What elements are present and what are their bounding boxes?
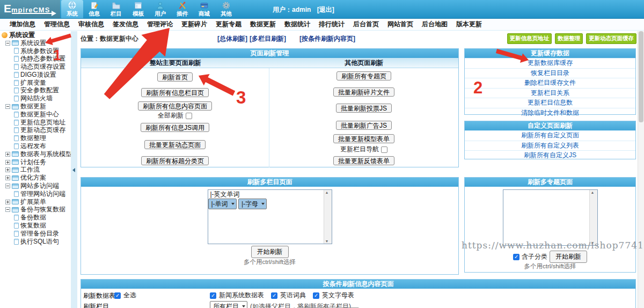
sidebar-branch-system-settings[interactable]: 系统设置 <box>0 39 71 47</box>
batch-update-feedback-forms-button[interactable]: 批量更新反馈表单 <box>333 156 394 165</box>
delete-column-cache-link[interactable]: 删除栏目缓存文件 <box>465 78 635 88</box>
refresh-custom-pages-link[interactable]: 刷新所有自定义页面 <box>465 130 635 141</box>
refresh-all-topic-pages-button[interactable]: 刷新所有专题页 <box>336 71 391 80</box>
tab-template[interactable]: 模板 <box>127 0 149 18</box>
expand-icon[interactable] <box>5 175 10 180</box>
update-dynamic-cache-button[interactable]: 更新动态页面缓存 <box>586 33 636 44</box>
collapse-icon[interactable] <box>5 104 10 109</box>
sidebar-splitter[interactable] <box>71 31 77 308</box>
menu-sign-info[interactable]: 签发信息 <box>113 20 138 29</box>
update-column-relation-link[interactable]: 更新栏目关系 <box>465 88 635 98</box>
topic-listbox[interactable] <box>503 189 598 246</box>
batch-refresh-fragment-files-button[interactable]: 批量刷新碎片文件 <box>333 87 394 97</box>
sidebar-branch-cron[interactable]: 计划任务 <box>0 158 71 166</box>
sidebar-branch-multi-access[interactable]: 网站多访问端 <box>0 182 71 190</box>
collapse-icon[interactable] <box>5 184 10 188</box>
include-subcategory-checkbox[interactable] <box>513 254 519 260</box>
sidebar-item-update-dynamic-cache[interactable]: 更新动态页缓存 <box>0 127 71 135</box>
tab-other[interactable]: 其他 <box>215 0 237 18</box>
sidebar-item-manage-access[interactable]: 管理网站访问端 <box>0 190 71 198</box>
start-refresh-button[interactable]: 开始刷新 <box>251 246 289 258</box>
update-db-cache-link[interactable]: 更新数据库缓存 <box>465 58 635 68</box>
menu-data-stats[interactable]: 数据统计 <box>284 20 310 29</box>
sidebar-item-security-params[interactable]: 安全参数配置 <box>0 87 71 95</box>
sidebar-item-backup-data[interactable]: 备份数据 <box>0 214 71 222</box>
sidebar-item-digg[interactable]: DIGG顶设置 <box>0 71 71 79</box>
clear-temp-files-link[interactable]: 清除临时文件和数据 <box>465 108 635 118</box>
alphabet-table-checkbox[interactable] <box>313 292 319 299</box>
expand-icon[interactable] <box>5 160 10 165</box>
collapse-icon[interactable] <box>5 207 10 212</box>
refresh-all-column-pages-button[interactable]: 刷新所有信息栏目页 <box>141 88 209 97</box>
sidebar-item-data-clean[interactable]: 数据整理 <box>0 134 71 142</box>
menu-manage-comment[interactable]: 管理评论 <box>147 20 173 29</box>
refresh-homepage-button[interactable]: 刷新首页 <box>157 72 193 82</box>
menu-site-home[interactable]: 网站首页 <box>387 20 413 29</box>
page-scrollbar[interactable] <box>638 31 644 308</box>
sidebar-branch-optimize[interactable]: 优化方案 <box>0 174 71 182</box>
sidebar-branch-ext-menu[interactable]: 扩展菜单 <box>0 198 71 206</box>
sidebar-item-update-info-url[interactable]: 更新信息页地址 <box>0 119 71 127</box>
listbox-option[interactable]: |-英文单词 <box>208 190 332 199</box>
refresh-custom-lists-link[interactable]: 刷新所有自定义列表 <box>465 141 635 151</box>
update-nav-checkbox[interactable] <box>381 146 387 153</box>
tab-column[interactable]: 栏目 <box>105 0 127 18</box>
listbox-scrollbar[interactable] <box>589 190 597 245</box>
refresh-all-info-js-button[interactable]: 刷新所有信息JS调用 <box>141 123 209 132</box>
scrollbar-thumb[interactable] <box>639 31 643 122</box>
expand-icon[interactable] <box>5 152 10 157</box>
batch-refresh-vote-js-button[interactable]: 批量刷新投票JS <box>336 104 392 113</box>
menu-data-update[interactable]: 数据更新 <box>250 20 276 29</box>
refresh-custom-js-link[interactable]: 刷新所有自定义JS <box>465 150 635 160</box>
batch-refresh-ad-js-button[interactable]: 批量刷新广告JS <box>336 121 392 130</box>
menu-add-info[interactable]: 增加信息 <box>10 20 35 29</box>
select-all-checkbox[interactable] <box>114 292 121 299</box>
sidebar-item-backup-dir[interactable]: 管理备份目录 <box>0 230 71 238</box>
listbox-scrollbar[interactable] <box>324 190 332 244</box>
sidebar-item-dynamic-cache[interactable]: 动态页缓存设置 <box>0 63 71 71</box>
tab-plugin[interactable]: 插件 <box>171 0 193 18</box>
expand-icon[interactable] <box>5 167 10 172</box>
sidebar-branch-workflow[interactable]: 工作流 <box>0 166 71 174</box>
refresh-title-category-pages-button[interactable]: 刷新所有标题分类页 <box>141 156 209 165</box>
refresh-all-content-pages-button[interactable]: 刷新所有信息内容页面 <box>138 101 212 111</box>
restore-column-dir-link[interactable]: 恢复栏目目录 <box>465 68 635 78</box>
menu-update-fragment[interactable]: 更新碎片 <box>181 20 207 29</box>
listbox-option-selected[interactable]: |-单词 <box>208 199 237 209</box>
expand-icon[interactable] <box>5 200 10 204</box>
batch-update-dynamic-pages-button[interactable]: 批量更新动态页面 <box>144 140 206 149</box>
update-info-url-button[interactable]: 更新信息页地址 <box>507 33 552 44</box>
sidebar-item-ext-vars[interactable]: 扩展变量 <box>0 79 71 87</box>
menu-update-topic[interactable]: 更新专题 <box>216 20 241 29</box>
menu-rank-stats[interactable]: 排行统计 <box>319 20 345 29</box>
column-select[interactable]: 所有栏目 <box>210 301 247 308</box>
collapse-icon[interactable] <box>5 41 10 46</box>
sidebar-item-rewrite-params[interactable]: 伪静态参数设置 <box>0 55 71 63</box>
link-overall-refresh[interactable]: [总体刷新] <box>217 34 247 43</box>
news-table-checkbox[interactable] <box>210 292 216 299</box>
menu-admin-map[interactable]: 后台地图 <box>422 20 448 29</box>
menu-version-update[interactable]: 版本更新 <box>456 20 482 29</box>
sidebar-item-system-params[interactable]: 系统参数设置 <box>0 47 71 55</box>
listbox-option-selected[interactable]: |-字母 <box>238 199 267 209</box>
menu-audit-info[interactable]: 审核信息 <box>78 20 104 29</box>
link-multi-column-refresh[interactable]: [多栏目刷新] <box>250 34 286 43</box>
sidebar-item-restore-data[interactable]: 恢复数据 <box>0 222 71 230</box>
sidebar-item-firewall[interactable]: 网站防火墙 <box>0 94 71 102</box>
tab-user[interactable]: 用户 <box>149 0 171 18</box>
logout-link[interactable]: [退出] <box>317 6 334 13</box>
tab-mall[interactable]: 商城 <box>193 0 215 18</box>
tab-info[interactable]: 信息 <box>83 0 105 18</box>
collapse-sidebar-icon[interactable] <box>72 168 75 172</box>
sidebar-item-run-sql[interactable]: 执行SQL语句 <box>0 238 71 246</box>
menu-admin-home[interactable]: 后台首页 <box>353 20 379 29</box>
update-column-info-count-link[interactable]: 更新栏目信息数 <box>465 98 635 108</box>
link-condition-refresh[interactable]: [按条件刷新内容页] <box>299 34 355 43</box>
sidebar-branch-backup[interactable]: 备份与恢复数据 <box>0 206 71 214</box>
data-clean-button[interactable]: 数据整理 <box>555 33 583 44</box>
refresh-all-checkbox[interactable] <box>186 113 192 119</box>
tab-system[interactable]: 系统 <box>61 0 83 18</box>
sidebar-item-data-update-center[interactable]: 数据更新中心 <box>0 111 71 119</box>
start-refresh-button[interactable]: 开始刷新 <box>550 251 587 263</box>
sidebar-root-system-settings[interactable]: 系统设置 <box>0 31 71 39</box>
